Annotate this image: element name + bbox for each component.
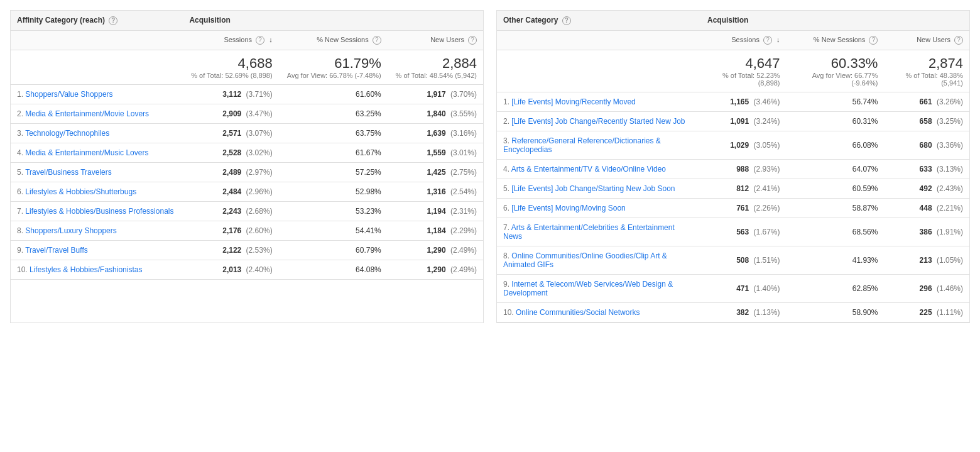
table1-category-info-icon[interactable]: ? bbox=[109, 16, 117, 25]
table2-row6-category: 6. [Life Events] Moving/Moving Soon bbox=[497, 198, 701, 218]
table2-row6-new-users-val: 448 bbox=[920, 204, 932, 212]
table1-row9-sessions: 2,122 (2.53%) bbox=[183, 240, 278, 260]
table1-row7-name[interactable]: Lifestyles & Hobbies/Business Profession… bbox=[25, 207, 173, 216]
table2-row6-new-sessions-val: 58.87% bbox=[852, 204, 878, 212]
table1-row3-new-users-pct: (3.16%) bbox=[450, 129, 477, 138]
table2-row2-sessions: 1,091 (3.24%) bbox=[701, 111, 787, 131]
table2-row6-num: 6. bbox=[503, 204, 509, 212]
table1-new-users-info-icon[interactable]: ? bbox=[468, 36, 477, 45]
table2-row6-sessions: 761 (2.26%) bbox=[701, 198, 787, 218]
table2-row3-new-sessions: 66.08% bbox=[787, 131, 885, 159]
table2-row7-name[interactable]: Arts & Entertainment/Celebrities & Enter… bbox=[503, 223, 675, 241]
table2-row9-sessions: 471 (1.40%) bbox=[701, 274, 787, 302]
table1-row2-new-sessions-val: 63.25% bbox=[356, 109, 381, 118]
table1-row3-name[interactable]: Technology/Technophiles bbox=[25, 129, 109, 138]
table2-new-users-info-icon[interactable]: ? bbox=[954, 36, 963, 45]
table1-row1-sessions-val: 3,112 bbox=[222, 90, 241, 99]
table1-row3-new-users-val: 1,639 bbox=[427, 129, 446, 138]
table1-sessions-info-icon[interactable]: ? bbox=[256, 36, 264, 45]
table2-totals-new-sessions-main: 60.33% bbox=[793, 55, 878, 72]
table2-row8-num: 8. bbox=[503, 251, 509, 260]
table1-row5-category: 5. Travel/Business Travelers bbox=[11, 162, 183, 182]
table2-row10-name[interactable]: Online Communities/Social Networks bbox=[516, 308, 640, 317]
table2-row7-new-users-pct: (1.91%) bbox=[937, 228, 963, 236]
table2-row8-new-sessions: 41.93% bbox=[787, 246, 885, 274]
table2-row6-sessions-pct: (2.26%) bbox=[754, 204, 780, 212]
table1-sessions-sort-icon[interactable]: ↓ bbox=[269, 36, 273, 43]
table1-row3-new-sessions: 63.75% bbox=[279, 123, 388, 143]
table2-row5-name[interactable]: [Life Events] Job Change/Starting New Jo… bbox=[511, 184, 675, 193]
table2-row1-sessions-val: 1,165 bbox=[730, 97, 749, 106]
table2-row5-category: 5. [Life Events] Job Change/Starting New… bbox=[497, 179, 701, 198]
table2-row2-name[interactable]: [Life Events] Job Change/Recently Starte… bbox=[511, 117, 685, 126]
table2-row4-name[interactable]: Arts & Entertainment/TV & Video/Online V… bbox=[511, 165, 666, 174]
table1-row7-sessions-pct: (2.68%) bbox=[246, 207, 273, 216]
table1-row1-name[interactable]: Shoppers/Value Shoppers bbox=[25, 90, 112, 99]
table2-row1-num: 1. bbox=[503, 97, 509, 106]
table2-category-info-icon[interactable]: ? bbox=[562, 16, 571, 25]
table2-sessions-label: Sessions bbox=[731, 36, 760, 43]
table1-row5-new-sessions: 57.25% bbox=[279, 162, 388, 182]
table1-row2-name[interactable]: Media & Entertainment/Movie Lovers bbox=[25, 109, 149, 118]
table2-row3-sessions-pct: (3.05%) bbox=[754, 141, 780, 150]
table2-row6-new-users-pct: (2.21%) bbox=[937, 204, 963, 212]
table2-row5-num: 5. bbox=[503, 184, 509, 193]
table2-row7-new-sessions: 68.56% bbox=[787, 218, 885, 246]
table2-row3-name[interactable]: Reference/General Reference/Dictionaries… bbox=[503, 136, 661, 154]
table2-row8-new-users-val: 213 bbox=[920, 256, 932, 265]
table1-row5-new-users-val: 1,425 bbox=[427, 168, 446, 177]
table2-row-5: 5. [Life Events] Job Change/Starting New… bbox=[497, 179, 969, 198]
table2-row6-new-sessions: 58.87% bbox=[787, 198, 885, 218]
table1-row8-name[interactable]: Shoppers/Luxury Shoppers bbox=[25, 226, 116, 235]
table1-row3-category: 3. Technology/Technophiles bbox=[11, 123, 183, 143]
table2-category-header: Other Category ? bbox=[497, 11, 701, 30]
table1-totals-new-sessions-sub: Avg for View: 66.78% (-7.48%) bbox=[285, 72, 381, 79]
table1-row10-new-users-val: 1,290 bbox=[427, 265, 446, 274]
table2-row9-name[interactable]: Internet & Telecom/Web Services/Web Desi… bbox=[503, 280, 673, 297]
table2-sessions-info-icon[interactable]: ? bbox=[763, 36, 772, 45]
table1-row7-new-sessions-val: 53.23% bbox=[356, 207, 381, 216]
tables-container: Affinity Category (reach) ? Acquisition … bbox=[10, 10, 970, 323]
table2-category-title: Other Category bbox=[503, 16, 558, 25]
table1-row-10: 10. Lifestyles & Hobbies/Fashionistas 2,… bbox=[11, 260, 483, 279]
table1-row7-new-users: 1,194 (2.31%) bbox=[388, 201, 483, 221]
table1-totals-sessions-cell: 4,688 % of Total: 52.69% (8,898) bbox=[183, 50, 278, 84]
table2-row8-name[interactable]: Online Communities/Online Goodies/Clip A… bbox=[503, 251, 667, 269]
table2-row3-sessions-val: 1,029 bbox=[730, 141, 749, 150]
table2-row2-category: 2. [Life Events] Job Change/Recently Sta… bbox=[497, 111, 701, 131]
table1-row8-sessions: 2,176 (2.60%) bbox=[183, 221, 278, 240]
table1-row4-name[interactable]: Media & Entertainment/Music Lovers bbox=[25, 148, 148, 157]
table2-totals-sessions-sub: % of Total: 52.23% (8,898) bbox=[707, 72, 780, 87]
table2-acquisition-label: Acquisition bbox=[707, 16, 748, 25]
table2-row10-sessions-pct: (1.13%) bbox=[754, 308, 780, 317]
table1-row3-new-sessions-val: 63.75% bbox=[356, 129, 381, 138]
table1-row9-name[interactable]: Travel/Travel Buffs bbox=[25, 246, 88, 255]
table2-row8-new-sessions-val: 41.93% bbox=[852, 256, 878, 265]
table1-row8-new-users-val: 1,184 bbox=[427, 226, 446, 235]
table1-new-sessions-info-icon[interactable]: ? bbox=[373, 36, 381, 45]
table1-row9-new-users-pct: (2.49%) bbox=[450, 246, 477, 255]
table1-row6-new-sessions: 52.98% bbox=[279, 182, 388, 201]
table1-row7-new-users-pct: (2.31%) bbox=[450, 207, 477, 216]
table1-row2-sessions-pct: (3.47%) bbox=[246, 109, 273, 118]
table2-new-sessions-info-icon[interactable]: ? bbox=[869, 36, 878, 45]
table1-acquisition-header: Acquisition bbox=[183, 11, 483, 30]
table2-row8-sessions-pct: (1.51%) bbox=[754, 256, 780, 265]
table1-row10-name[interactable]: Lifestyles & Hobbies/Fashionistas bbox=[30, 265, 142, 274]
table2-new-users-label: New Users bbox=[917, 36, 950, 43]
table2-sessions-sort-icon[interactable]: ↓ bbox=[776, 36, 780, 43]
table2-row6-new-users: 448 (2.21%) bbox=[884, 198, 969, 218]
table2-row7-new-users: 386 (1.91%) bbox=[884, 218, 969, 246]
table1-row10-new-users-pct: (2.49%) bbox=[450, 265, 477, 274]
table1-row4-num: 4. bbox=[17, 148, 23, 157]
table1-row5-name[interactable]: Travel/Business Travelers bbox=[25, 168, 112, 177]
table2-row9-new-sessions-val: 62.85% bbox=[852, 284, 878, 293]
table2-row10-sessions: 382 (1.13%) bbox=[701, 302, 787, 322]
table1-category-title: Affinity Category (reach) bbox=[17, 16, 105, 25]
table1-row6-name[interactable]: Lifestyles & Hobbies/Shutterbugs bbox=[25, 187, 136, 196]
table2-row6-name[interactable]: [Life Events] Moving/Moving Soon bbox=[511, 204, 625, 212]
table1-row9-sessions-val: 2,122 bbox=[222, 246, 241, 255]
table2-row1-name[interactable]: [Life Events] Moving/Recently Moved bbox=[511, 97, 635, 106]
table1-row5-sessions-pct: (2.97%) bbox=[246, 168, 273, 177]
table1-row6-new-users: 1,316 (2.54%) bbox=[388, 182, 483, 201]
